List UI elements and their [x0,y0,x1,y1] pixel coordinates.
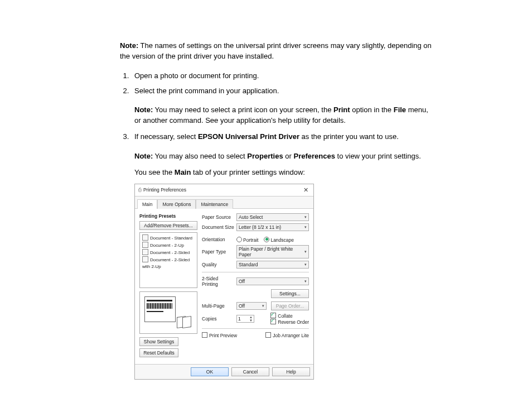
chevron-down-icon: ▾ [304,215,307,219]
steps-list: Open a photo or document for printing. S… [120,71,432,97]
preset-standard[interactable]: Document - Standard [142,234,195,242]
add-remove-presets-button[interactable]: Add/Remove Presets... [139,221,197,230]
multipage-select[interactable]: Off▾ [236,302,267,310]
step2-note: Note: You may need to select a print ico… [134,105,432,126]
collate-checkbox[interactable]: Collate [270,313,309,319]
show-settings-button[interactable]: Show Settings [139,337,178,346]
ok-button[interactable]: OK [191,367,229,376]
cancel-button[interactable]: Cancel [231,367,269,376]
paper-type-select[interactable]: Plain Paper / Bright White Paper▾ [236,245,309,258]
see-main-text: You see the Main tab of your printer set… [134,167,432,178]
close-icon[interactable]: ✕ [302,186,310,194]
presets-list[interactable]: Document - Standard Document - 2-Up Docu… [139,232,197,288]
presets-heading: Printing Presets [139,213,197,219]
layout-preview [139,291,197,334]
intro-note: Note: The names of settings on the unive… [120,41,432,62]
spinner-arrows-icon: ▲▼ [249,315,253,322]
chevron-down-icon: ▾ [304,279,307,284]
preset-2up[interactable]: Document - 2-Up [142,242,195,249]
radio-landscape[interactable]: Landscape [264,237,294,243]
copies-label: Copies [202,316,234,322]
job-arranger-checkbox[interactable]: Job Arranger Lite [265,332,309,338]
two-sided-label: 2-Sided Printing [202,276,234,287]
tab-main[interactable]: Main [137,199,157,209]
quality-select[interactable]: Standard▾ [236,261,309,269]
tab-maintenance[interactable]: Maintenance [196,199,233,209]
steps-list-cont: If necessary, select EPSON Universal Pri… [120,132,432,142]
document-size-select[interactable]: Letter (8 1/2 x 11 in)▾ [236,223,309,231]
step3-note: Note: You may also need to select Proper… [134,151,432,162]
preset-2sided-2up[interactable]: Document - 2-Sided with 2-Up [142,256,195,270]
printer-icon: ⎙ [138,187,141,193]
tab-strip: Main More Options Maintenance [135,197,313,209]
dialog-title: Printing Preferences [143,187,186,193]
tab-more-options[interactable]: More Options [157,199,196,209]
reset-defaults-button[interactable]: Reset Defaults [139,348,178,357]
printing-preferences-dialog: ⎙ Printing Preferences ✕ Main More Optio… [134,184,314,380]
print-preview-checkbox[interactable]: Print Preview [202,332,237,338]
paper-source-select[interactable]: Auto Select▾ [236,213,309,221]
radio-portrait[interactable]: Portrait [236,237,258,243]
chevron-down-icon: ▾ [304,250,307,254]
paper-type-label: Paper Type [202,249,234,255]
chevron-down-icon: ▾ [262,304,264,308]
two-sided-select[interactable]: Off▾ [236,277,309,285]
help-button[interactable]: Help [272,367,310,376]
two-sided-settings-button[interactable]: Settings... [271,289,309,298]
step-3: If necessary, select EPSON Universal Pri… [131,132,432,142]
paper-source-label: Paper Source [202,214,234,220]
multipage-label: Multi-Page [202,303,234,309]
step-1: Open a photo or document for printing. [131,71,432,82]
chevron-down-icon: ▾ [304,262,307,267]
orientation-label: Orientation [202,237,234,242]
page-order-button[interactable]: Page Order... [271,301,309,310]
note-label: Note: [120,41,138,50]
copies-spinner[interactable]: 1 ▲▼ [236,315,254,323]
quality-label: Quality [202,262,234,267]
reverse-order-checkbox[interactable]: Reverse Order [270,319,309,325]
preset-2sided[interactable]: Document - 2-Sided [142,249,195,256]
document-size-label: Document Size [202,224,234,230]
dialog-footer: OK Cancel Help [135,364,313,379]
dialog-titlebar: ⎙ Printing Preferences ✕ [135,184,313,197]
chevron-down-icon: ▾ [304,225,307,229]
step-2: Select the print command in your applica… [131,86,432,97]
